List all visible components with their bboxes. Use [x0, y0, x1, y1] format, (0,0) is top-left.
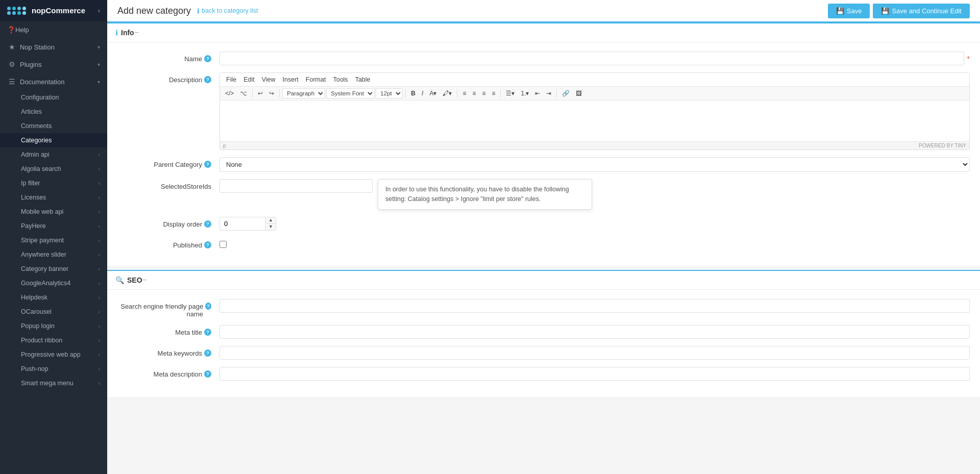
tinymce-menu-file[interactable]: File: [223, 74, 239, 85]
seo-section: 🔍 SEO − Search engine friendly page name…: [107, 270, 980, 397]
chevron-icon: ‹: [99, 352, 100, 358]
meta-description-help-icon[interactable]: ?: [204, 370, 211, 378]
store-ids-row: SelectedStoreIds In order to use this fu…: [117, 179, 970, 210]
tinymce-btn-source2[interactable]: ⌥: [237, 88, 250, 98]
sidebar-item-help[interactable]: ❓ Help: [0, 21, 107, 38]
sidebar-item-articles[interactable]: Articles: [0, 105, 107, 119]
meta-keywords-input[interactable]: [219, 346, 970, 360]
sidebar-item-ip-filter[interactable]: Ip filter ‹: [0, 176, 107, 190]
tinymce-btn-bold[interactable]: B: [408, 88, 418, 98]
sidebar-item-product-ribbon[interactable]: Product ribbon ‹: [0, 333, 107, 347]
info-section-collapse-btn[interactable]: −: [134, 29, 139, 37]
sidebar-item-comments[interactable]: Comments: [0, 119, 107, 133]
sidebar-item-popup-login[interactable]: Popup login ‹: [0, 319, 107, 333]
tinymce-menu-format[interactable]: Format: [303, 74, 329, 85]
tinymce-menu-table[interactable]: Table: [352, 74, 374, 85]
info-section-header: ℹ Info −: [107, 23, 980, 42]
sidebar-item-payhere[interactable]: PayHere ‹: [0, 219, 107, 233]
published-checkbox[interactable]: [219, 241, 227, 248]
tinymce-btn-font-color[interactable]: A▾: [427, 88, 439, 98]
sidebar-item-categories[interactable]: Categories: [0, 133, 107, 147]
meta-keywords-help-icon[interactable]: ?: [204, 350, 211, 357]
chevron-icon: ‹: [99, 223, 100, 229]
tinymce-menu-insert[interactable]: Insert: [280, 74, 302, 85]
display-order-help-icon[interactable]: ?: [204, 220, 211, 228]
tinymce-btn-undo[interactable]: ↩: [255, 88, 265, 98]
seo-name-input[interactable]: [219, 299, 970, 313]
back-to-category-link[interactable]: ℹ back to category list: [197, 7, 258, 15]
sidebar-label-helpdesk: Helpdesk: [21, 294, 47, 301]
sidebar-item-stripe-payment[interactable]: Stripe payment ‹: [0, 233, 107, 247]
sidebar-item-admin-api[interactable]: Admin api ‹: [0, 147, 107, 162]
tinymce-menu-view[interactable]: View: [259, 74, 279, 85]
tinymce-btn-align-right[interactable]: ≡: [479, 88, 488, 98]
tinymce-paragraph-select[interactable]: Paragraph: [282, 88, 325, 98]
spinner-up-btn[interactable]: ▲: [266, 217, 276, 224]
meta-description-label: Meta description ?: [117, 367, 219, 378]
tinymce-editor-area[interactable]: [220, 101, 969, 141]
sidebar-item-smart-mega-menu[interactable]: Smart mega menu ‹: [0, 376, 107, 390]
sidebar-item-category-banner[interactable]: Category banner ‹: [0, 262, 107, 276]
tinymce-btn-italic[interactable]: I: [419, 88, 426, 98]
tinymce-btn-link[interactable]: 🔗: [559, 88, 572, 98]
sidebar-label-nop-station: Nop Station: [20, 43, 97, 51]
sidebar-label-push-nop: Push-nop: [21, 365, 48, 372]
sidebar-item-mobile-web-api[interactable]: Mobile web api ‹: [0, 205, 107, 219]
parent-category-help-icon[interactable]: ?: [204, 161, 211, 168]
tinymce-btn-indent[interactable]: ⇥: [544, 88, 554, 98]
published-label: Published ?: [117, 238, 219, 249]
sidebar-item-documentation[interactable]: ☰ Documentation ▾: [0, 73, 107, 90]
seo-section-body: Search engine friendly page name ? Meta …: [107, 290, 980, 397]
tinymce-size-select[interactable]: 12pt: [376, 88, 403, 98]
tinymce-menu-tools[interactable]: Tools: [330, 74, 351, 85]
tinymce-btn-bullets[interactable]: ☰▾: [503, 88, 517, 98]
sidebar-item-licenses[interactable]: Licenses ‹: [0, 190, 107, 205]
sidebar-item-configuration[interactable]: Configuration: [0, 90, 107, 105]
tinymce-btn-highlight[interactable]: 🖍▾: [440, 88, 454, 98]
description-label: Description ?: [117, 72, 219, 84]
spinner-down-btn[interactable]: ▼: [266, 224, 276, 230]
sidebar-item-progressive-web-app[interactable]: Progressive web app ‹: [0, 347, 107, 362]
sidebar-item-helpdesk[interactable]: Helpdesk ‹: [0, 290, 107, 305]
store-ids-input[interactable]: [219, 179, 373, 193]
sidebar-item-push-nop[interactable]: Push-nop ‹: [0, 362, 107, 376]
sidebar-label-configuration: Configuration: [21, 94, 59, 101]
meta-description-input[interactable]: [219, 367, 970, 381]
meta-title-help-icon[interactable]: ?: [204, 329, 211, 336]
sidebar-item-algolia-search[interactable]: Algolia search ‹: [0, 162, 107, 176]
display-order-input[interactable]: [219, 217, 265, 231]
tinymce-btn-numbered[interactable]: 1.▾: [518, 88, 531, 98]
sidebar-label-smart-mega-menu: Smart mega menu: [21, 380, 74, 387]
save-continue-button[interactable]: 💾 Save and Continue Edit: [873, 4, 970, 18]
sidebar-item-ocarousel[interactable]: OCarousel ‹: [0, 305, 107, 319]
name-help-icon[interactable]: ?: [204, 55, 211, 62]
published-control: [219, 238, 970, 250]
parent-category-control: None: [219, 157, 970, 172]
seo-name-help-icon[interactable]: ?: [205, 303, 211, 310]
description-help-icon[interactable]: ?: [204, 76, 211, 83]
meta-description-control: [219, 367, 970, 381]
seo-section-collapse-btn[interactable]: −: [142, 276, 147, 284]
tinymce-path: p: [223, 143, 226, 148]
sidebar-item-nop-station[interactable]: ★ Nop Station ▾: [0, 38, 107, 56]
sidebar-item-anywhere-slider[interactable]: Anywhere slider ‹: [0, 247, 107, 262]
topbar-actions: 💾 Save 💾 Save and Continue Edit: [828, 4, 970, 18]
tinymce-btn-align-justify[interactable]: ≡: [489, 88, 498, 98]
tinymce-btn-outdent[interactable]: ⇤: [532, 88, 543, 98]
sidebar-item-plugins[interactable]: ⚙ Plugins ▾: [0, 56, 107, 73]
meta-title-input[interactable]: [219, 325, 970, 339]
tinymce-btn-redo[interactable]: ↪: [266, 88, 277, 98]
meta-keywords-row: Meta keywords ?: [117, 346, 970, 360]
tinymce-btn-align-left[interactable]: ≡: [460, 88, 469, 98]
tinymce-menu-edit[interactable]: Edit: [240, 74, 258, 85]
published-help-icon[interactable]: ?: [204, 241, 211, 248]
sidebar-collapse-btn[interactable]: ‹: [98, 7, 100, 14]
tinymce-btn-source[interactable]: </>: [223, 88, 236, 98]
tinymce-btn-align-center[interactable]: ≡: [470, 88, 478, 98]
tinymce-btn-image[interactable]: 🖼: [573, 88, 584, 98]
save-button[interactable]: 💾 Save: [828, 4, 870, 18]
sidebar-item-googleanalytics4[interactable]: GoogleAnalytics4 ‹: [0, 276, 107, 290]
parent-category-select[interactable]: None: [219, 157, 970, 172]
tinymce-font-select[interactable]: System Font: [326, 88, 375, 98]
name-input[interactable]: [219, 52, 964, 65]
